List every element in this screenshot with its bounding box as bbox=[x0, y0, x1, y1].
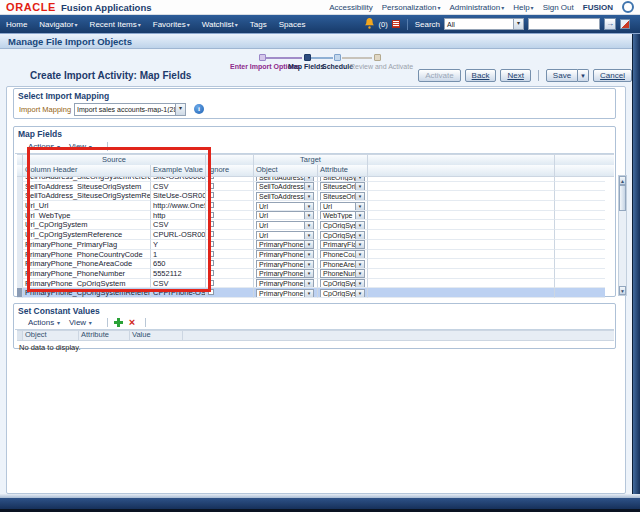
accessibility-link[interactable]: Accessibility bbox=[329, 3, 373, 12]
dropdown-arrow-icon[interactable]: ▾ bbox=[355, 203, 364, 210]
ignore-checkbox[interactable] bbox=[208, 183, 214, 189]
dropdown-arrow-icon[interactable]: ▾ bbox=[304, 280, 313, 287]
table-row[interactable]: Url_Url http://www.OneSAT Url ▾ Url ▾ bbox=[17, 201, 614, 211]
dropdown-arrow-icon[interactable]: ▾ bbox=[355, 241, 364, 248]
object-select[interactable]: PrimaryPhone ▾ bbox=[256, 269, 314, 278]
dropdown-arrow-icon[interactable]: ▾ bbox=[355, 290, 364, 297]
table-row[interactable]: PrimaryPhone_PhoneCountryCode 1 PrimaryP… bbox=[17, 250, 614, 260]
cancel-button[interactable]: Cancel bbox=[593, 69, 632, 82]
dropdown-arrow-icon[interactable]: ▾ bbox=[355, 261, 364, 268]
train-label-schedule[interactable]: Schedule bbox=[322, 63, 353, 70]
dropdown-arrow-icon[interactable]: ▾ bbox=[355, 270, 364, 277]
administration-menu[interactable]: Administration▾ bbox=[449, 3, 504, 12]
column-header-example-value[interactable]: Example Value bbox=[151, 165, 206, 176]
dropdown-arrow-icon[interactable]: ▾ bbox=[304, 176, 313, 181]
object-select[interactable]: SellToAddress ▾ bbox=[256, 176, 314, 182]
view-menu[interactable]: View ▾ bbox=[69, 142, 92, 151]
object-select[interactable]: SellToAddress ▾ bbox=[256, 192, 314, 201]
column-header-attribute[interactable]: Attribute bbox=[318, 165, 368, 176]
add-icon[interactable] bbox=[114, 318, 123, 327]
personalization-menu[interactable]: Personalization▾ bbox=[382, 3, 441, 12]
actions-menu[interactable]: Actions ▾ bbox=[28, 318, 60, 327]
dropdown-arrow-icon[interactable]: ▾ bbox=[304, 251, 313, 258]
column-header-column-header[interactable]: Column Header bbox=[23, 165, 151, 176]
attribute-select[interactable]: CpOrigSystemR ▾ bbox=[320, 231, 365, 240]
ignore-checkbox[interactable] bbox=[208, 241, 214, 247]
search-input[interactable] bbox=[528, 18, 600, 30]
table-row[interactable]: PrimaryPhone_PrimaryFlag Y PrimaryPhone … bbox=[17, 240, 614, 250]
dropdown-arrow-icon[interactable]: ▾ bbox=[355, 193, 364, 200]
object-select[interactable]: SellToAddress ▾ bbox=[256, 182, 314, 191]
ignore-checkbox[interactable] bbox=[208, 251, 214, 257]
table-row[interactable]: PrimaryPhone_CpOrigSystem CSV PrimaryPho… bbox=[17, 279, 614, 289]
table-row[interactable]: Url_CpOrigSystemReference CPURL-OSR00000… bbox=[17, 230, 614, 240]
menu-spaces[interactable]: Spaces bbox=[273, 20, 312, 29]
column-header-object[interactable]: Object bbox=[23, 331, 79, 340]
object-select[interactable]: PrimaryPhone ▾ bbox=[256, 240, 314, 249]
column-header-attribute[interactable]: Attribute bbox=[79, 331, 130, 340]
column-header-value[interactable]: Value bbox=[130, 331, 183, 340]
scrollbar-thumb[interactable] bbox=[619, 185, 626, 211]
save-button[interactable]: Save bbox=[546, 69, 578, 82]
menu-favorites[interactable]: Favorites▾ bbox=[147, 20, 196, 29]
attribute-select[interactable]: CpOrigSystem ▾ bbox=[320, 221, 365, 230]
dropdown-arrow-icon[interactable]: ▾ bbox=[513, 19, 523, 29]
ignore-checkbox[interactable] bbox=[208, 231, 214, 237]
dropdown-arrow-icon[interactable]: ▾ bbox=[304, 222, 313, 229]
delete-icon[interactable]: × bbox=[129, 318, 135, 327]
worklist-icon[interactable] bbox=[392, 20, 400, 28]
table-scrollbar[interactable]: ▲ ▼ bbox=[618, 175, 627, 296]
scroll-up-icon[interactable]: ▲ bbox=[619, 176, 626, 185]
dropdown-arrow-icon[interactable]: ▾ bbox=[304, 232, 313, 239]
table-row[interactable]: SellToAddress_SiteuseOrigSystemRef SiteU… bbox=[17, 191, 614, 201]
attribute-select[interactable]: WebType ▾ bbox=[320, 211, 365, 220]
object-select[interactable]: Url ▾ bbox=[256, 231, 314, 240]
column-header-object[interactable]: Object bbox=[254, 165, 318, 176]
dropdown-arrow-icon[interactable]: ▾ bbox=[355, 251, 364, 258]
dropdown-arrow-icon[interactable]: ▾ bbox=[304, 241, 313, 248]
table-row[interactable]: PrimaryPhone_PhoneAreaCode 650 PrimaryPh… bbox=[17, 259, 614, 269]
object-select[interactable]: Url ▾ bbox=[256, 221, 314, 230]
attribute-select[interactable]: SiteuseOrigSyst ▾ bbox=[320, 182, 365, 191]
ignore-checkbox[interactable] bbox=[208, 202, 214, 208]
table-row[interactable]: Url_CpOrigSystem CSV Url ▾ CpOrigSystem … bbox=[17, 220, 614, 230]
save-dropdown-arrow-icon[interactable]: ▼ bbox=[578, 69, 589, 82]
train-stop-map-fields[interactable] bbox=[304, 54, 311, 61]
scroll-down-icon[interactable]: ▼ bbox=[619, 286, 626, 295]
menu-home[interactable]: Home bbox=[0, 20, 33, 29]
attribute-select[interactable]: PhoneCountryC ▾ bbox=[320, 250, 365, 259]
back-button[interactable]: Back bbox=[465, 69, 497, 82]
train-stop-enter-import-options[interactable] bbox=[259, 54, 266, 61]
menu-navigator[interactable]: Navigator▾ bbox=[33, 20, 83, 29]
user-avatar[interactable] bbox=[622, 1, 634, 13]
object-select[interactable]: PrimaryPhone ▾ bbox=[256, 279, 314, 288]
menu-recent-items[interactable]: Recent Items▾ bbox=[84, 20, 147, 29]
ignore-checkbox[interactable] bbox=[208, 192, 214, 198]
object-select[interactable]: Url ▾ bbox=[256, 211, 314, 220]
import-mapping-select[interactable]: Import sales accounts-map-1(28/1 ▾ bbox=[74, 103, 186, 116]
attribute-select[interactable]: SiteuseOrigSyst ▾ bbox=[320, 192, 365, 201]
dropdown-arrow-icon[interactable]: ▾ bbox=[355, 176, 364, 181]
dropdown-arrow-icon[interactable]: ▾ bbox=[304, 193, 313, 200]
object-select[interactable]: Url ▾ bbox=[256, 202, 314, 211]
dropdown-arrow-icon[interactable]: ▾ bbox=[304, 290, 313, 297]
object-select[interactable]: PrimaryPhone ▾ bbox=[256, 250, 314, 259]
ignore-checkbox[interactable] bbox=[208, 289, 214, 295]
dropdown-arrow-icon[interactable]: ▾ bbox=[355, 232, 364, 239]
ignore-checkbox[interactable] bbox=[208, 270, 214, 276]
dropdown-arrow-icon[interactable]: ▾ bbox=[175, 104, 185, 115]
dropdown-arrow-icon[interactable]: ▾ bbox=[304, 212, 313, 219]
notifications-bell-icon[interactable] bbox=[365, 18, 374, 31]
dropdown-arrow-icon[interactable]: ▾ bbox=[355, 183, 364, 190]
ignore-checkbox[interactable] bbox=[208, 280, 214, 286]
table-row[interactable]: PrimaryPhone_PhoneNumber 5552112 Primary… bbox=[17, 269, 614, 279]
ignore-checkbox[interactable] bbox=[208, 221, 214, 227]
advanced-search-icon[interactable] bbox=[620, 19, 630, 29]
object-select[interactable]: PrimaryPhone ▾ bbox=[256, 289, 314, 298]
view-menu[interactable]: View ▾ bbox=[69, 318, 92, 327]
dropdown-arrow-icon[interactable]: ▾ bbox=[304, 183, 313, 190]
dropdown-arrow-icon[interactable]: ▾ bbox=[304, 203, 313, 210]
attribute-select[interactable]: PrimaryFlag ▾ bbox=[320, 240, 365, 249]
menu-watchlist[interactable]: Watchlist▾ bbox=[196, 20, 244, 29]
table-row[interactable]: Url_WebType http Url ▾ WebType ▾ bbox=[17, 211, 614, 221]
